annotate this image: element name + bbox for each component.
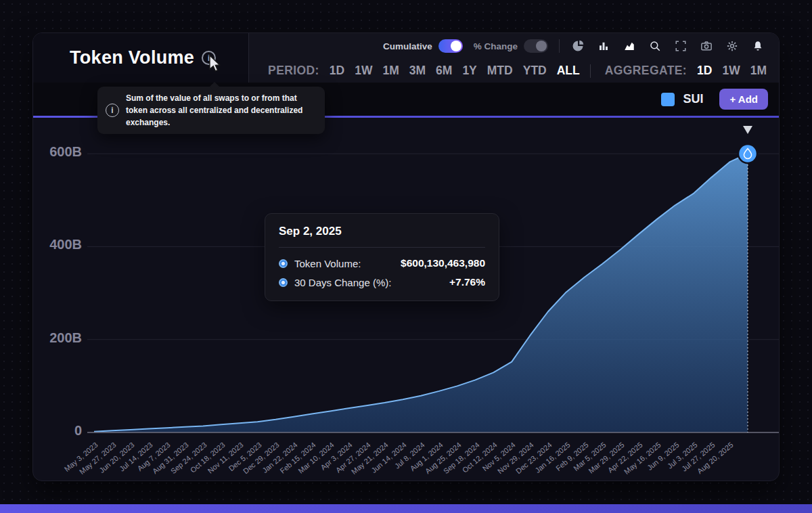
tooltip-date: Sep 2, 2025 [279, 225, 485, 238]
period-option-all[interactable]: ALL [557, 64, 580, 78]
info-circle-icon: i [106, 104, 119, 117]
aggregate-option-1w[interactable]: 1W [722, 64, 740, 78]
search-icon[interactable] [648, 39, 662, 53]
tooltip-row-value: +7.76% [449, 276, 485, 288]
mouse-cursor-icon [206, 53, 223, 74]
bar-chart-icon[interactable] [596, 39, 611, 53]
period-label: PERIOD: [268, 64, 319, 78]
y-axis-label: 0 [33, 423, 82, 439]
period-option-mtd[interactable]: MTD [487, 64, 513, 78]
period-option-1y[interactable]: 1Y [462, 64, 476, 78]
tooltip-row: Token Volume: $600,130,463,980 [279, 257, 485, 269]
percent-change-toggle-group: % Change [474, 39, 548, 53]
cumulative-label: Cumulative [383, 41, 432, 51]
notifications-icon[interactable] [750, 39, 765, 53]
info-tooltip-text: Sum of the value of all swaps to or from… [126, 92, 317, 129]
app-background: Token Volume i Cumulative % Change [0, 0, 812, 513]
aggregate-option-1m[interactable]: 1M [750, 64, 767, 78]
y-axis-label: 600B [33, 144, 82, 160]
tooltip-row-label: 30 Days Change (%): [294, 277, 391, 288]
series-dot-icon [279, 259, 288, 268]
settings-icon[interactable] [725, 39, 740, 53]
divider [559, 39, 560, 53]
tooltip-row-label: Token Volume: [294, 258, 361, 269]
area-chart-icon[interactable] [622, 39, 637, 53]
percent-change-label: % Change [474, 41, 518, 51]
y-axis-label: 400B [33, 237, 82, 252]
bottom-accent-bar [0, 504, 812, 513]
period-option-3m[interactable]: 3M [409, 64, 426, 78]
panel-header: Token Volume i Cumulative % Change [33, 33, 779, 83]
camera-icon[interactable] [699, 39, 714, 53]
add-token-button[interactable]: + Add [719, 89, 768, 110]
fullscreen-icon[interactable] [673, 39, 688, 53]
info-tooltip: i Sum of the value of all swaps to or fr… [97, 87, 325, 134]
aggregate-option-1d[interactable]: 1D [697, 64, 712, 78]
marker-pointer-icon [743, 126, 752, 134]
sui-color-swatch [661, 93, 675, 106]
cumulative-toggle[interactable] [438, 39, 463, 53]
divider [590, 64, 591, 78]
percent-change-toggle[interactable] [524, 39, 548, 53]
sui-token-marker [738, 144, 757, 163]
aggregate-group: AGGREGATE: 1D 1W 1M [590, 64, 767, 78]
period-option-1d[interactable]: 1D [330, 64, 344, 78]
tooltip-row-value: $600,130,463,980 [401, 257, 485, 269]
tooltip-row: 30 Days Change (%): +7.76% [279, 276, 485, 288]
period-option-ytd[interactable]: YTD [523, 64, 547, 78]
y-axis-label: 200B [33, 330, 82, 346]
header-controls: Cumulative % Change [249, 33, 779, 83]
cumulative-toggle-group: Cumulative [383, 39, 463, 53]
page-title: Token Volume [70, 47, 194, 68]
series-dot-icon [279, 278, 288, 287]
period-row: PERIOD: 1D 1W 1M 3M 6M 1Y MTD YTD ALL AG… [249, 59, 779, 83]
pie-chart-icon[interactable] [570, 39, 585, 53]
toggle-knob [451, 41, 461, 51]
token-volume-panel: Token Volume i Cumulative % Change [32, 32, 780, 481]
toolbar-row: Cumulative % Change [249, 33, 779, 59]
aggregate-label: AGGREGATE: [605, 64, 687, 78]
legend-token-label[interactable]: SUI [683, 92, 703, 106]
period-option-1w[interactable]: 1W [355, 64, 372, 78]
period-option-1m[interactable]: 1M [382, 64, 399, 78]
period-option-6m[interactable]: 6M [436, 64, 452, 78]
chart-tooltip: Sep 2, 2025 Token Volume: $600,130,463,9… [265, 213, 499, 301]
tooltip-divider [279, 247, 485, 248]
toggle-knob [536, 41, 547, 51]
